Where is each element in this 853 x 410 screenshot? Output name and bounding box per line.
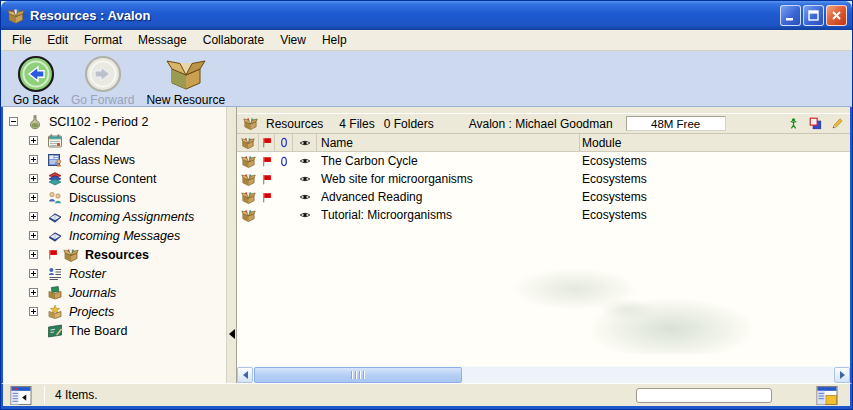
free-space-text: 48M Free <box>651 118 700 130</box>
tree-item[interactable]: Course Content <box>3 169 226 188</box>
tree-item[interactable]: Incoming Messages <box>3 226 226 245</box>
tree-item[interactable]: Class News <box>3 150 226 169</box>
expand-toggle[interactable] <box>29 155 38 164</box>
tree-item-label: Calendar <box>69 134 120 148</box>
app-window: Resources : Avalon File Edit Format Mess… <box>0 0 853 410</box>
folders-count: 0 Folders <box>384 117 434 131</box>
go-back-button[interactable]: Go Back <box>9 54 63 108</box>
tree-item-icon <box>47 209 63 225</box>
panel-splitter[interactable] <box>227 107 237 383</box>
maximize-icon <box>807 9 820 22</box>
menu-item[interactable]: Format <box>76 31 130 49</box>
eye-icon <box>293 173 317 185</box>
column-name[interactable]: Name <box>317 134 580 151</box>
tree-item[interactable]: Calendar <box>3 131 226 150</box>
eye-icon <box>293 209 317 221</box>
new-resource-button[interactable]: New Resource <box>142 54 229 108</box>
expand-toggle[interactable] <box>29 212 38 221</box>
resource-module: Ecosystems <box>580 154 850 168</box>
status-progress-field <box>636 388 772 403</box>
expand-toggle[interactable] <box>29 269 38 278</box>
tree-root-sci102[interactable]: SCI102 - Period 2 <box>3 112 226 131</box>
tree-item-label: Incoming Assignments <box>69 210 194 224</box>
chevron-right-icon <box>840 371 845 379</box>
expand-toggle[interactable] <box>29 307 38 316</box>
copy-icon[interactable] <box>809 117 822 130</box>
file-row[interactable]: Advanced Reading Ecosystems <box>237 188 850 206</box>
person-icon[interactable] <box>787 117 800 130</box>
content-area: SCI102 - Period 2 Calendar <box>1 107 852 383</box>
close-button[interactable] <box>826 5 847 26</box>
tree-item[interactable]: Journals <box>3 283 226 302</box>
go-forward-icon <box>84 55 122 93</box>
owner-label: Avalon : Michael Goodman <box>469 117 613 131</box>
tree-item-label: The Board <box>69 324 127 338</box>
column-package-icon[interactable] <box>237 134 259 151</box>
scroll-right-button[interactable] <box>834 367 850 383</box>
column-eye-icon[interactable] <box>293 134 317 151</box>
panel-toggle-left-icon[interactable] <box>10 386 32 405</box>
column-flag-icon[interactable] <box>259 134 275 151</box>
menu-item[interactable]: Message <box>130 31 195 49</box>
horizontal-scrollbar[interactable] <box>237 366 850 383</box>
scrollbar-thumb[interactable] <box>254 367 462 383</box>
menu-item[interactable]: View <box>272 31 314 49</box>
minimize-button[interactable] <box>780 5 801 26</box>
flag-icon <box>259 191 275 204</box>
go-back-label: Go Back <box>13 93 59 107</box>
tree-item[interactable]: Projects <box>3 302 226 321</box>
expand-toggle[interactable] <box>29 231 38 240</box>
resource-module: Ecosystems <box>580 172 850 186</box>
scroll-left-button[interactable] <box>237 367 253 383</box>
flag-icon <box>47 248 59 261</box>
expand-toggle[interactable] <box>29 250 38 259</box>
file-row[interactable]: Tutorial: Microorganisms Ecosystems <box>237 206 850 224</box>
menu-item[interactable]: File <box>4 31 39 49</box>
resource-module: Ecosystems <box>580 190 850 204</box>
panel-title: Resources <box>266 117 323 131</box>
expand-toggle[interactable] <box>29 136 38 145</box>
tree-item[interactable]: The Board <box>3 321 226 340</box>
status-separator <box>44 386 45 404</box>
resource-name[interactable]: Advanced Reading <box>317 190 580 204</box>
maximize-button[interactable] <box>803 5 824 26</box>
resource-name[interactable]: Web site for microorganisms <box>317 172 580 186</box>
pencil-icon[interactable] <box>831 117 844 130</box>
expand-toggle[interactable] <box>29 193 38 202</box>
window-title: Resources : Avalon <box>30 8 780 23</box>
tree-item[interactable]: Incoming Assignments <box>3 207 226 226</box>
panel-toggle-right-icon[interactable] <box>816 386 838 405</box>
flask-icon <box>27 114 43 130</box>
menu-item[interactable]: Help <box>314 31 355 49</box>
expand-toggle[interactable] <box>29 288 38 297</box>
tree-item[interactable]: Roster <box>3 264 226 283</box>
files-count: 4 Files <box>339 117 374 131</box>
flag-icon <box>259 173 275 186</box>
tree-item-icon <box>47 304 63 320</box>
collapse-toggle[interactable] <box>9 117 18 126</box>
eye-icon <box>293 191 317 203</box>
file-row[interactable]: Web site for microorganisms Ecosystems <box>237 170 850 188</box>
tree-item[interactable]: Discussions <box>3 188 226 207</box>
resource-name[interactable]: The Carbon Cycle <box>317 154 580 168</box>
resource-package-icon <box>237 190 259 205</box>
expand-toggle[interactable] <box>29 174 38 183</box>
column-paperclip-icon[interactable] <box>275 134 293 151</box>
menu-item[interactable]: Collaborate <box>195 31 272 49</box>
tree-item-icon <box>47 171 63 187</box>
file-row[interactable]: The Carbon Cycle Ecosystems <box>237 152 850 170</box>
column-header-row: Name Module <box>237 134 850 152</box>
status-bar: 4 Items. <box>1 383 852 409</box>
go-forward-button[interactable]: Go Forward <box>67 54 138 108</box>
window-package-icon[interactable] <box>7 7 25 25</box>
resources-panel: Resources 4 Files 0 Folders Avalon : Mic… <box>237 107 850 383</box>
tree-item-icon <box>47 285 63 301</box>
tree-item[interactable]: Resources <box>3 245 226 264</box>
collapse-splitter-icon[interactable] <box>229 329 235 339</box>
resource-name[interactable]: Tutorial: Microorganisms <box>317 208 580 222</box>
column-module[interactable]: Module <box>580 134 850 151</box>
minimize-icon <box>784 9 797 22</box>
package-icon <box>243 116 258 131</box>
menu-item[interactable]: Edit <box>39 31 76 49</box>
course-tree-panel: SCI102 - Period 2 Calendar <box>3 107 227 383</box>
